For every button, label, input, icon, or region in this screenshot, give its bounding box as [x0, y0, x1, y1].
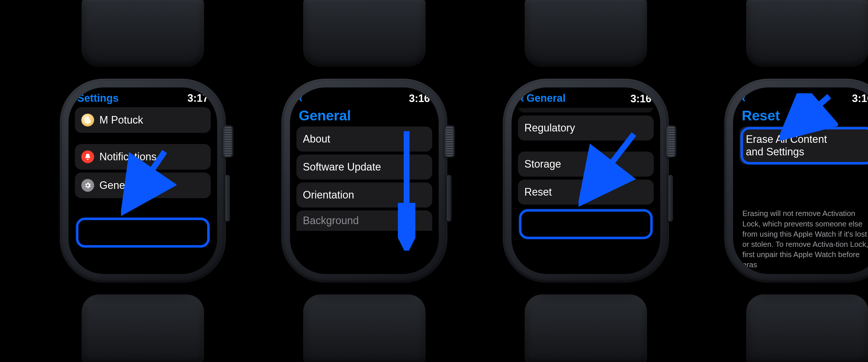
row-label: General: [99, 179, 137, 191]
page-title: Reset: [740, 108, 868, 126]
row-about[interactable]: About: [297, 126, 432, 152]
watch-screen: ‹ General 3:16 Regulatory Storage: [512, 87, 660, 274]
row-label: Software Update: [303, 161, 381, 173]
back-button[interactable]: ‹: [299, 92, 303, 104]
watch-band-top: [303, 0, 426, 67]
row-label: Reset: [524, 186, 552, 198]
page-title: General: [297, 108, 432, 126]
row-label: Erase All Content and Settings: [746, 133, 827, 158]
row-background[interactable]: Background: [297, 210, 432, 231]
watch-screen: ‹ 3:16 Reset Erase All Content and Setti…: [733, 87, 868, 274]
watch-band-top: [746, 0, 868, 67]
watch-case: ‹ General 3:16 Regulatory Storage: [503, 79, 669, 283]
side-button[interactable]: [225, 175, 230, 221]
watch-4: ‹ 3:16 Reset Erase All Content and Setti…: [714, 21, 868, 341]
row-regulatory[interactable]: Regulatory: [518, 115, 654, 141]
row-label: Regulatory: [524, 122, 575, 134]
row-profile[interactable]: M Potuck: [75, 107, 211, 133]
avatar-icon: [81, 114, 94, 126]
screen-content: ‹ General 3:16 Regulatory Storage: [518, 92, 654, 270]
screen-content: ‹ 3:16 Reset Erase All Content and Setti…: [740, 92, 868, 270]
bell-icon: [81, 150, 94, 163]
watch-screen: Settings 3:17 M Potuck: [68, 87, 217, 274]
watch-1: Settings 3:17 M Potuck: [50, 21, 236, 341]
status-bar: ‹ 3:16: [297, 92, 432, 108]
watch-2: ‹ 3:16 General About Software Update: [271, 21, 458, 341]
watch-band-bottom: [525, 294, 647, 362]
watch-band-top: [82, 0, 204, 67]
settings-list[interactable]: M Potuck Notifications: [75, 107, 211, 270]
general-list-scrolled[interactable]: Regulatory Storage Reset: [518, 108, 654, 270]
clock: 3:16: [409, 92, 430, 104]
status-bar: ‹ 3:16: [740, 92, 868, 108]
row-notifications[interactable]: Notifications: [75, 144, 211, 170]
row-reset[interactable]: Reset: [518, 180, 654, 205]
watch-band-top: [525, 0, 647, 67]
row-software-update[interactable]: Software Update: [297, 154, 432, 180]
screen-title: Settings: [77, 92, 119, 104]
watch-case: ‹ 3:16 Reset Erase All Content and Setti…: [724, 79, 868, 283]
reset-list[interactable]: Erase All Content and Settings: [740, 126, 868, 206]
screen-content: ‹ 3:16 General About Software Update: [297, 92, 432, 270]
clock: 3:16: [852, 92, 868, 104]
chevron-left-icon: ‹: [742, 92, 746, 104]
back-button[interactable]: ‹: [742, 92, 746, 104]
side-button[interactable]: [447, 175, 452, 221]
watch-band-bottom: [303, 294, 426, 362]
row-orientation[interactable]: Orientation: [297, 182, 432, 208]
back-label: General: [526, 92, 565, 104]
digital-crown[interactable]: [223, 125, 234, 157]
row-general[interactable]: General: [75, 173, 211, 198]
row-storage[interactable]: Storage: [518, 152, 654, 177]
digital-crown[interactable]: [666, 125, 677, 157]
group-gap: [75, 136, 211, 141]
chevron-left-icon: ‹: [520, 92, 524, 104]
digital-crown[interactable]: [444, 125, 455, 157]
watch-band-bottom: [82, 294, 204, 362]
title-label: Settings: [77, 92, 119, 104]
group-gap: [518, 143, 654, 149]
chevron-left-icon: ‹: [299, 92, 303, 104]
back-button[interactable]: ‹ General: [520, 92, 565, 104]
watch-screen: ‹ 3:16 General About Software Update: [290, 87, 439, 274]
clock: 3:17: [187, 92, 208, 104]
row-label: M Potuck: [99, 114, 143, 126]
tutorial-stage: Settings 3:17 M Potuck: [0, 0, 868, 362]
row-label: About: [303, 133, 330, 145]
side-button[interactable]: [668, 175, 673, 221]
row-label: Notifications: [99, 151, 157, 163]
erase-description: Erasing will not remove Activation Lock,…: [740, 206, 868, 270]
watch-band-bottom: [746, 294, 868, 362]
gear-icon: [81, 179, 94, 192]
row-label: Orientation: [303, 189, 354, 201]
clock: 3:16: [630, 93, 651, 105]
row-label: Background: [303, 214, 359, 227]
row-label: Storage: [524, 158, 561, 170]
status-bar: ‹ General 3:16: [518, 92, 654, 108]
watch-case: Settings 3:17 M Potuck: [60, 79, 226, 283]
row-partial[interactable]: [518, 108, 654, 113]
watch-case: ‹ 3:16 General About Software Update: [281, 79, 447, 283]
watch-3: ‹ General 3:16 Regulatory Storage: [493, 21, 679, 341]
general-list[interactable]: About Software Update Orientation Backgr…: [297, 126, 432, 270]
status-bar: Settings 3:17: [75, 92, 211, 107]
row-erase-all[interactable]: Erase All Content and Settings: [740, 126, 868, 164]
screen-content: Settings 3:17 M Potuck: [75, 92, 211, 270]
